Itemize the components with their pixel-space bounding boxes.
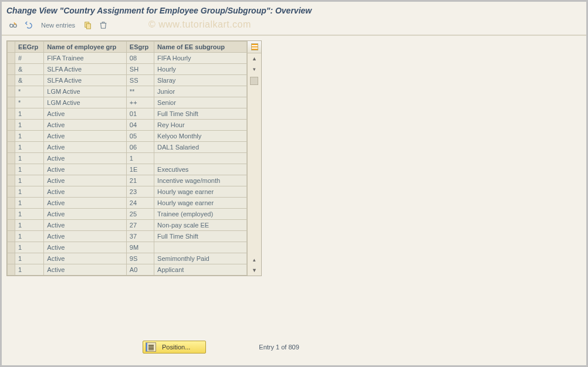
row-selector[interactable] <box>8 253 15 264</box>
cell-esgrp[interactable]: A0 <box>126 264 154 276</box>
table-row[interactable]: #FIFA Trainee08FIFA Hourly <box>8 53 247 64</box>
cell-subgroup[interactable]: Applicant <box>154 264 247 276</box>
row-selector[interactable] <box>8 198 15 209</box>
row-selector[interactable] <box>8 142 15 153</box>
cell-esgrp[interactable]: 1E <box>126 164 154 175</box>
table-row[interactable]: 1Active04Rey Hour <box>8 120 247 131</box>
cell-name[interactable]: SLFA Active <box>44 64 126 75</box>
cell-esgrp[interactable]: SS <box>126 75 154 86</box>
cell-subgroup[interactable]: Executives <box>154 164 247 175</box>
table-settings-button[interactable] <box>248 41 261 53</box>
col-name[interactable]: Name of employee grp <box>44 42 126 53</box>
scroll-thumb[interactable] <box>250 77 258 85</box>
cell-name[interactable]: FIFA Trainee <box>44 53 126 64</box>
cell-name[interactable]: Active <box>44 175 126 186</box>
cell-name[interactable]: Active <box>44 220 126 231</box>
cell-subgroup[interactable]: Full Time Shift <box>154 108 247 120</box>
table-row[interactable]: 1Active25Trainee (employed) <box>8 209 247 220</box>
cell-subgroup[interactable]: Junior <box>154 86 247 97</box>
table-row[interactable]: 1Active9SSemimonthly Paid <box>8 253 247 264</box>
table-row[interactable]: 1Active06DAL1 Salaried <box>8 142 247 153</box>
cell-esgrp[interactable]: SH <box>126 64 154 75</box>
cell-name[interactable]: Active <box>44 242 126 253</box>
cell-esgrp[interactable]: 25 <box>126 209 154 220</box>
cell-eegrp[interactable]: 1 <box>15 164 44 175</box>
col-sub[interactable]: Name of EE subgroup <box>154 42 247 53</box>
table-row[interactable]: 1Active24Hourly wage earner <box>8 198 247 209</box>
cell-esgrp[interactable]: ++ <box>126 97 154 108</box>
cell-name[interactable]: Active <box>44 120 126 131</box>
cell-eegrp[interactable]: * <box>15 97 44 108</box>
cell-subgroup[interactable]: Hourly <box>154 64 247 75</box>
cell-subgroup[interactable]: Hourly wage earner <box>154 198 247 209</box>
cell-eegrp[interactable]: 1 <box>15 264 44 276</box>
col-esgrp[interactable]: ESgrp <box>126 42 154 53</box>
cell-eegrp[interactable]: & <box>15 75 44 86</box>
cell-eegrp[interactable]: 1 <box>15 108 44 120</box>
table-row[interactable]: 1Active23Hourly wage earner <box>8 186 247 198</box>
cell-name[interactable]: Active <box>44 108 126 120</box>
toggle-display-change-button[interactable] <box>6 19 19 31</box>
table-row[interactable]: *LGM Active++Senior <box>8 97 247 108</box>
cell-esgrp[interactable]: 05 <box>126 131 154 142</box>
cell-eegrp[interactable]: 1 <box>15 131 44 142</box>
scroll-down-button[interactable]: ▼ <box>248 265 261 276</box>
cell-name[interactable]: Active <box>44 231 126 242</box>
row-selector[interactable] <box>8 64 15 75</box>
row-selector[interactable] <box>8 131 15 142</box>
new-entries-button[interactable]: New entries <box>37 19 79 31</box>
cell-eegrp[interactable]: 1 <box>15 142 44 153</box>
cell-esgrp[interactable]: 08 <box>126 53 154 64</box>
cell-name[interactable]: LGM Active <box>44 97 126 108</box>
row-selector[interactable] <box>8 209 15 220</box>
undo-button[interactable] <box>22 19 35 31</box>
cell-esgrp[interactable]: 06 <box>126 142 154 153</box>
cell-esgrp[interactable]: 04 <box>126 120 154 131</box>
cell-eegrp[interactable]: * <box>15 86 44 97</box>
row-selector[interactable] <box>8 242 15 253</box>
cell-name[interactable]: Active <box>44 131 126 142</box>
cell-eegrp[interactable]: 1 <box>15 209 44 220</box>
cell-esgrp[interactable]: 21 <box>126 175 154 186</box>
row-selector[interactable] <box>8 86 15 97</box>
cell-name[interactable]: LGM Active <box>44 86 126 97</box>
col-eegrp[interactable]: EEGrp <box>15 42 44 53</box>
cell-eegrp[interactable]: 1 <box>15 198 44 209</box>
cell-esgrp[interactable]: 23 <box>126 186 154 198</box>
cell-eegrp[interactable]: 1 <box>15 120 44 131</box>
cell-esgrp[interactable]: 9S <box>126 253 154 264</box>
cell-name[interactable]: SLFA Active <box>44 75 126 86</box>
row-selector[interactable] <box>8 264 15 276</box>
cell-name[interactable]: Active <box>44 264 126 276</box>
cell-name[interactable]: Active <box>44 186 126 198</box>
row-selector[interactable] <box>8 120 15 131</box>
cell-subgroup[interactable]: FIFA Hourly <box>154 53 247 64</box>
copy-button[interactable] <box>82 19 94 31</box>
scroll-line-up-button[interactable]: ▾ <box>248 64 261 74</box>
cell-subgroup[interactable]: Rey Hour <box>154 120 247 131</box>
cell-name[interactable]: Active <box>44 153 126 164</box>
cell-eegrp[interactable]: 1 <box>15 220 44 231</box>
row-selector[interactable] <box>8 231 15 242</box>
cell-subgroup[interactable] <box>154 242 247 253</box>
cell-esgrp[interactable]: 1 <box>126 153 154 164</box>
cell-esgrp[interactable]: 01 <box>126 108 154 120</box>
cell-subgroup[interactable]: DAL1 Salaried <box>154 142 247 153</box>
table-row[interactable]: 1Active27Non-pay scale EE <box>8 220 247 231</box>
row-selector[interactable] <box>8 108 15 120</box>
row-selector[interactable] <box>8 220 15 231</box>
cell-eegrp[interactable]: 1 <box>15 253 44 264</box>
table-row[interactable]: 1Active1 <box>8 153 247 164</box>
row-selector[interactable] <box>8 53 15 64</box>
cell-eegrp[interactable]: 1 <box>15 242 44 253</box>
table-row[interactable]: 1Active05Kelyoo Monthly <box>8 131 247 142</box>
cell-subgroup[interactable]: Semimonthly Paid <box>154 253 247 264</box>
cell-subgroup[interactable]: Full Time Shift <box>154 231 247 242</box>
cell-subgroup[interactable]: Kelyoo Monthly <box>154 131 247 142</box>
cell-name[interactable]: Active <box>44 253 126 264</box>
cell-eegrp[interactable]: # <box>15 53 44 64</box>
cell-subgroup[interactable]: Slaray <box>154 75 247 86</box>
cell-name[interactable]: Active <box>44 142 126 153</box>
cell-eegrp[interactable]: 1 <box>15 175 44 186</box>
cell-subgroup[interactable]: Non-pay scale EE <box>154 220 247 231</box>
